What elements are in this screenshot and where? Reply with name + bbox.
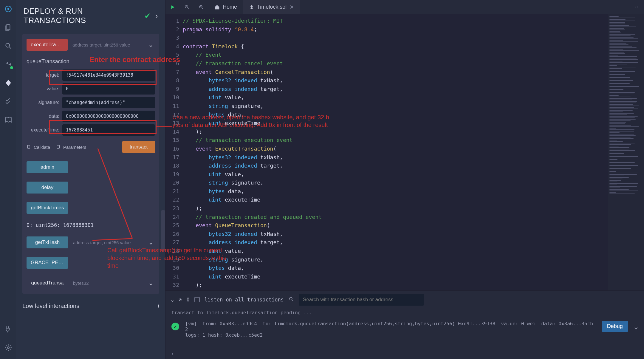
tab-home[interactable]: Home — [208, 0, 243, 14]
param-value: value: — [27, 83, 155, 95]
compiler-ok-badge — [10, 66, 14, 70]
queuedTransactions-button[interactable]: queuedTransa — [27, 277, 68, 289]
terminal-body[interactable]: transact to Timelock.queueTransaction pe… — [165, 309, 644, 348]
fn-executeTransaction-args: address target, uint256 value — [71, 42, 144, 47]
plugin-icon[interactable] — [4, 324, 13, 334]
main-column: Home Timelock.sol ✕ ↔ 123456789101112131… — [165, 0, 644, 359]
param-target: target: — [27, 69, 155, 81]
getTxHash-button[interactable]: getTxHash — [27, 236, 68, 248]
gear-icon[interactable] — [4, 343, 13, 352]
getTxHash-args: address target, uint256 value — [71, 240, 144, 245]
tasks-icon[interactable] — [4, 97, 13, 106]
queuedTransactions-args: bytes32 — [71, 281, 144, 286]
param-data-input[interactable] — [62, 111, 155, 122]
pending-count: 0 — [187, 297, 190, 303]
param-target-label: target: — [27, 72, 59, 78]
panel-header: DEPLOY & RUN TRANSACTIONS ✔ › — [16, 0, 165, 31]
compiler-icon[interactable] — [4, 60, 13, 69]
getBlockTimestamp-output: 0: uint256: 1678888301 — [27, 222, 155, 228]
admin-button[interactable]: admin — [27, 161, 68, 173]
param-signature-input[interactable] — [62, 97, 155, 108]
icon-rail — [0, 0, 16, 359]
minimap[interactable] — [608, 14, 644, 290]
delay-button[interactable]: delay — [27, 182, 68, 194]
calldata-button[interactable]: Calldata — [27, 145, 50, 150]
pending-line: transact to Timelock.queueTransaction pe… — [171, 310, 638, 315]
svg-rect-4 — [27, 145, 30, 148]
info-icon[interactable]: i — [157, 303, 159, 310]
run-icon[interactable] — [165, 0, 180, 14]
code-area[interactable]: // SPDX-License-Identifier: MIT pragma s… — [183, 14, 608, 290]
terminal-toolbar: ⌄ ⊘ 0 listen on all transactions — [165, 291, 644, 309]
success-icon: ✔ — [171, 323, 179, 330]
expand-icon[interactable]: ⌄ — [147, 41, 155, 49]
param-data-label: data: — [27, 114, 59, 119]
debug-button[interactable]: Debug — [602, 321, 628, 332]
zoom-out-icon[interactable] — [180, 0, 194, 14]
parameters-label: Parameters — [63, 145, 86, 150]
search-icon[interactable] — [289, 296, 294, 303]
gracePeriod-button[interactable]: GRACE_PERIO — [27, 257, 68, 269]
tx-log-card: ✔ [vm] from: 0x5B3...eddC4 to: Timelock.… — [171, 321, 638, 338]
tab-home-label: Home — [223, 4, 237, 10]
line-gutter: 1234567891011121314151617181920212223242… — [165, 14, 183, 290]
param-value-input[interactable] — [62, 83, 155, 95]
param-data: data: — [27, 111, 155, 122]
fn-executeTransaction-row: executeTransa address target, uint256 va… — [27, 39, 155, 51]
fn-queueTransaction-title: queueTransaction — [27, 58, 155, 65]
deploy-icon[interactable] — [4, 78, 13, 88]
tab-timelock[interactable]: Timelock.sol ✕ — [243, 0, 300, 14]
contract-card: executeTransa address target, uint256 va… — [22, 34, 159, 294]
zoom-in-icon[interactable] — [194, 0, 208, 14]
expand-icon[interactable]: ↔ — [630, 0, 644, 14]
param-executeTime: executeTime: — [27, 124, 155, 136]
tab-timelock-label: Timelock.sol — [257, 4, 287, 10]
expand-icon[interactable]: ⌄ — [147, 239, 155, 246]
param-signature-label: signature: — [27, 100, 59, 105]
listen-checkbox[interactable] — [194, 297, 200, 302]
logo-icon[interactable] — [4, 4, 13, 14]
expand-icon[interactable]: ⌄ — [147, 279, 155, 287]
transact-button[interactable]: transact — [122, 141, 155, 153]
panel-title: DEPLOY & RUN TRANSACTIONS — [24, 7, 140, 25]
panel-caret-icon[interactable]: › — [155, 11, 158, 21]
tab-bar: Home Timelock.sol ✕ ↔ — [165, 0, 644, 14]
svg-point-2 — [6, 43, 10, 47]
terminal-panel: ⌄ ⊘ 0 listen on all transactions transac… — [165, 290, 644, 359]
listen-label: listen on all transactions — [205, 297, 284, 303]
low-level-label: Low level interactions — [22, 303, 79, 310]
param-target-input[interactable] — [62, 69, 155, 81]
block-icon[interactable]: ⊘ — [179, 297, 182, 303]
scrollbar-thumb[interactable] — [161, 210, 165, 252]
svg-rect-5 — [57, 145, 59, 148]
param-signature: signature: — [27, 97, 155, 108]
svg-point-8 — [290, 297, 292, 300]
svg-point-3 — [7, 347, 9, 349]
execute-transaction-button[interactable]: executeTransa — [27, 39, 68, 51]
code-editor[interactable]: 1234567891011121314151617181920212223242… — [165, 14, 644, 290]
expand-log-icon[interactable]: ⌄ — [634, 321, 638, 330]
svg-point-1 — [7, 8, 9, 10]
chevron-down-icon[interactable]: ⌄ — [171, 297, 174, 303]
book-icon[interactable] — [4, 115, 13, 125]
calldata-label: Calldata — [34, 145, 50, 150]
close-icon[interactable]: ✕ — [290, 4, 294, 10]
terminal-search-input[interactable] — [299, 294, 424, 306]
parameters-button[interactable]: Parameters — [56, 145, 86, 150]
deploy-panel: DEPLOY & RUN TRANSACTIONS ✔ › executeTra… — [16, 0, 165, 359]
param-executeTime-input[interactable] — [62, 124, 155, 136]
panel-ok-icon: ✔ — [144, 11, 151, 21]
search-icon[interactable] — [4, 41, 13, 51]
files-icon[interactable] — [4, 23, 13, 32]
terminal-prompt[interactable]: › — [165, 348, 644, 359]
param-value-label: value: — [27, 86, 59, 92]
tx-log-text: [vm] from: 0x5B3...eddC4 to: Timelock.qu… — [185, 321, 596, 338]
param-executeTime-label: executeTime: — [27, 127, 59, 133]
getBlockTimestamp-button[interactable]: getBlockTimes — [27, 202, 68, 214]
low-level-section: Low level interactions i — [22, 303, 159, 310]
